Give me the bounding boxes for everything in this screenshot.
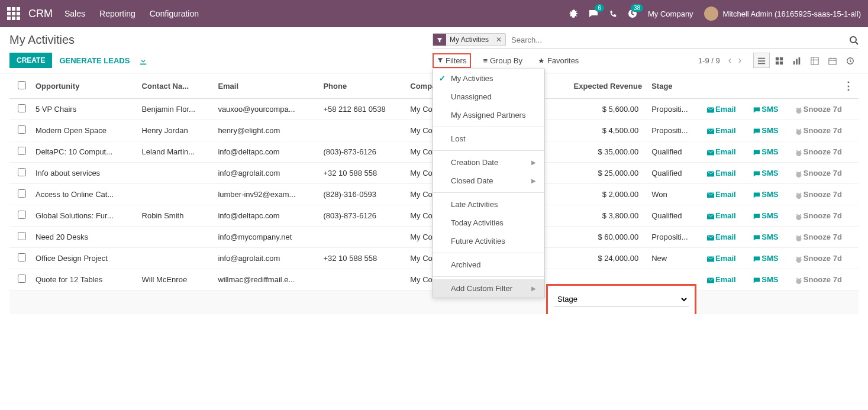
action-email[interactable]: Email xyxy=(702,269,748,290)
action-email[interactable]: Email xyxy=(702,163,748,184)
filter-late-activities[interactable]: Late Activities xyxy=(433,195,544,214)
action-snooze[interactable]: Snooze 7d xyxy=(790,163,859,184)
download-icon[interactable] xyxy=(139,56,147,65)
favorites-button[interactable]: ★ Favorites xyxy=(534,53,582,68)
action-snooze[interactable]: Snooze 7d xyxy=(790,248,859,269)
select-all-checkbox[interactable] xyxy=(18,81,26,89)
filters-button[interactable]: Filters xyxy=(433,53,471,68)
action-sms[interactable]: SMS xyxy=(748,99,790,120)
col-contact[interactable]: Contact Na... xyxy=(137,73,214,99)
action-snooze[interactable]: Snooze 7d xyxy=(790,227,859,248)
view-kanban-button[interactable] xyxy=(771,53,788,68)
pager-next-button[interactable]: › xyxy=(736,55,744,66)
filter-unassigned[interactable]: Unassigned xyxy=(433,88,544,106)
col-email[interactable]: Email xyxy=(213,73,318,99)
view-pivot-button[interactable] xyxy=(806,53,823,68)
columns-menu-icon[interactable]: ⋮ xyxy=(843,79,854,92)
action-email[interactable]: Email xyxy=(702,205,748,227)
row-checkbox[interactable] xyxy=(18,211,26,219)
action-snooze[interactable]: Snooze 7d xyxy=(790,141,859,163)
pager-text[interactable]: 1-9 / 9 xyxy=(698,56,720,65)
action-snooze[interactable]: Snooze 7d xyxy=(790,269,859,290)
action-sms[interactable]: SMS xyxy=(748,227,790,248)
search-bar: My Activities ✕ xyxy=(433,33,859,49)
groupby-button[interactable]: ≡ Group By xyxy=(479,53,526,68)
action-email[interactable]: Email xyxy=(702,184,748,205)
filter-creation-date[interactable]: Creation Date▶ xyxy=(433,153,544,172)
cell-stage: Propositi... xyxy=(647,99,702,120)
action-sms[interactable]: SMS xyxy=(748,248,790,269)
cell-email: info@mycompany.net xyxy=(213,227,318,248)
action-email[interactable]: Email xyxy=(702,120,748,141)
filter-archived[interactable]: Archived xyxy=(433,256,544,274)
cell-email: henry@elight.com xyxy=(213,120,318,141)
row-checkbox[interactable] xyxy=(18,147,26,155)
col-revenue[interactable]: Expected Revenue xyxy=(553,73,647,99)
action-sms[interactable]: SMS xyxy=(748,120,790,141)
nav-sales[interactable]: Sales xyxy=(64,9,85,18)
chevron-right-icon: ▶ xyxy=(531,285,536,292)
messages-icon[interactable]: 6 xyxy=(589,9,598,19)
action-email[interactable]: Email xyxy=(702,227,748,248)
chevron-right-icon: ▶ xyxy=(531,177,536,184)
custom-filter-field[interactable]: Stage xyxy=(554,292,689,307)
col-opportunity[interactable]: Opportunity xyxy=(31,73,137,99)
search-input[interactable] xyxy=(509,34,849,46)
generate-leads-button[interactable]: GENERATE LEADS xyxy=(59,56,130,65)
filter-my-activities[interactable]: My Activities xyxy=(433,69,544,88)
action-sms[interactable]: SMS xyxy=(748,163,790,184)
view-list-button[interactable] xyxy=(753,53,770,68)
action-sms[interactable]: SMS xyxy=(748,141,790,163)
nav-configuration[interactable]: Configuration xyxy=(150,9,199,18)
cell-email: info@agrolait.com xyxy=(213,248,318,269)
row-checkbox[interactable] xyxy=(18,232,26,240)
col-phone[interactable]: Phone xyxy=(318,73,405,99)
snooze-icon xyxy=(795,190,802,199)
search-icon[interactable] xyxy=(849,34,859,45)
view-activity-button[interactable] xyxy=(842,53,859,68)
action-email[interactable]: Email xyxy=(702,141,748,163)
nav-reporting[interactable]: Reporting xyxy=(99,9,135,18)
company-switcher[interactable]: My Company xyxy=(648,9,693,18)
custom-filter-operator[interactable]: contains xyxy=(554,312,689,315)
mail-icon xyxy=(707,147,714,156)
cell-opportunity: Need 20 Desks xyxy=(31,227,137,248)
row-checkbox[interactable] xyxy=(18,253,26,262)
action-snooze[interactable]: Snooze 7d xyxy=(790,205,859,227)
action-snooze[interactable]: Snooze 7d xyxy=(790,184,859,205)
filter-closed-date[interactable]: Closed Date▶ xyxy=(433,172,544,190)
filter-lost[interactable]: Lost xyxy=(433,130,544,148)
action-sms[interactable]: SMS xyxy=(748,205,790,227)
cell-email: willmac@rediffmail.e... xyxy=(213,269,318,290)
col-stage[interactable]: Stage xyxy=(647,73,702,99)
debug-icon[interactable] xyxy=(569,9,578,19)
row-checkbox[interactable] xyxy=(18,104,26,112)
filter-future-activities[interactable]: Future Activities xyxy=(433,232,544,250)
cell-opportunity: 5 VP Chairs xyxy=(31,99,137,120)
action-email[interactable]: Email xyxy=(702,99,748,120)
row-checkbox[interactable] xyxy=(18,275,26,283)
action-snooze[interactable]: Snooze 7d xyxy=(790,99,859,120)
action-sms[interactable]: SMS xyxy=(748,269,790,290)
filter-today-activities[interactable]: Today Activities xyxy=(433,214,544,232)
create-button[interactable]: CREATE xyxy=(9,53,52,68)
cell-revenue: $ 4,500.00 xyxy=(553,120,647,141)
sms-icon xyxy=(753,126,760,135)
facet-remove-icon[interactable]: ✕ xyxy=(492,34,505,46)
filter-add-custom[interactable]: Add Custom Filter▶ xyxy=(433,279,544,298)
activities-icon[interactable]: 38 xyxy=(628,9,637,19)
action-sms[interactable]: SMS xyxy=(748,184,790,205)
row-checkbox[interactable] xyxy=(18,125,26,134)
action-email[interactable]: Email xyxy=(702,248,748,269)
phone-icon[interactable] xyxy=(609,9,617,18)
pager-prev-button[interactable]: ‹ xyxy=(726,55,734,66)
filter-my-assigned-partners[interactable]: My Assigned Partners xyxy=(433,106,544,124)
view-graph-button[interactable] xyxy=(789,53,805,68)
action-snooze[interactable]: Snooze 7d xyxy=(790,120,859,141)
apps-menu-icon[interactable] xyxy=(7,7,20,20)
row-checkbox[interactable] xyxy=(18,189,26,198)
svg-rect-4 xyxy=(776,62,779,64)
user-menu[interactable]: Mitchell Admin (16165925-saas-15-1-all) xyxy=(704,7,861,21)
row-checkbox[interactable] xyxy=(18,168,26,176)
view-calendar-button[interactable] xyxy=(824,53,841,68)
